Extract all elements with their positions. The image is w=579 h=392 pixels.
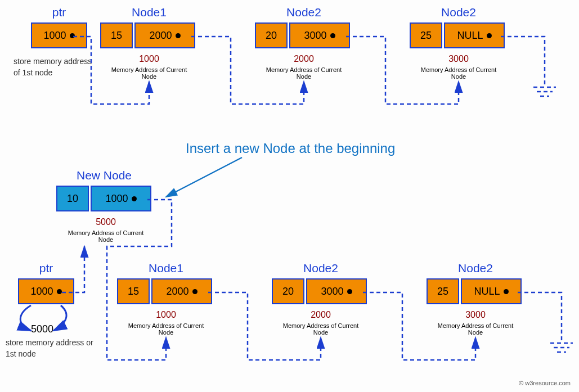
new-node-data-cell: 10	[56, 186, 89, 211]
ptr-box-bottom: 1000	[18, 278, 74, 304]
node-next-cell: 3000	[289, 22, 350, 48]
node-box: 25 NULL	[410, 22, 505, 48]
node-title: Node2	[453, 262, 498, 275]
node-next-text: 2000	[166, 286, 188, 298]
node-data-cell: 25	[410, 22, 442, 48]
ptr-title-top: ptr	[42, 6, 76, 19]
pointer-dot-icon	[176, 33, 181, 38]
ptr-box-top: 1000	[31, 22, 87, 48]
node-title: Node2	[436, 6, 481, 19]
node-box: 25 NULL	[427, 278, 522, 304]
insert-title: Insert a new Node at the beginning	[186, 141, 395, 156]
node-next-text: NULL	[457, 30, 483, 42]
new-node-next-cell: 1000	[91, 186, 151, 211]
node-next-cell: 2000	[151, 278, 212, 304]
node-addr: 3000	[453, 310, 498, 320]
pointer-dot-icon	[330, 33, 335, 38]
node-box: 20 3000	[272, 278, 367, 304]
node-box: 20 3000	[255, 22, 350, 48]
pointer-dot-icon	[347, 289, 352, 294]
node-caption: Memory Address of Current Node	[104, 66, 194, 80]
node-data-cell: 15	[117, 278, 150, 304]
ptr-value-top: 1000	[31, 22, 87, 48]
ptr-desc-top: store memory address of 1st node	[14, 56, 92, 78]
node-next-text: 2000	[149, 30, 172, 42]
node-title: Node1	[127, 6, 172, 19]
node-addr: 2000	[298, 310, 343, 320]
node-next-cell: 2000	[134, 22, 195, 48]
pointer-dot-icon	[57, 289, 62, 294]
node-addr: 2000	[281, 54, 326, 64]
pointer-dot-icon	[487, 33, 492, 38]
node-next-cell: NULL	[444, 22, 505, 48]
footer-credit: © w3resource.com	[519, 380, 571, 386]
node-caption: Memory Address of Current Node	[430, 322, 520, 336]
pointer-dot-icon	[132, 196, 137, 201]
node-caption: Memory Address of Current Node	[121, 322, 211, 336]
diagram-canvas: ptr 1000 store memory address of 1st nod…	[0, 0, 579, 392]
new-node-next-text: 1000	[105, 193, 128, 205]
new-node-title: New Node	[73, 169, 135, 182]
new-node-addr: 5000	[83, 217, 128, 227]
ptr-value-text-bottom: 1000	[30, 286, 53, 298]
node-next-text: 3000	[321, 286, 343, 298]
node-title: Node1	[143, 262, 188, 275]
node-data-cell: 20	[255, 22, 288, 48]
node-data-cell: 25	[427, 278, 459, 304]
node-addr: 3000	[436, 54, 481, 64]
new-node-box: 10 1000	[56, 186, 151, 211]
node-title: Node2	[281, 6, 326, 19]
pointer-dot-icon	[192, 289, 198, 294]
ptr-value-text-top: 1000	[43, 30, 66, 42]
node-caption: Memory Address of Current Node	[276, 322, 366, 336]
node-next-cell: 3000	[306, 278, 367, 304]
node-addr: 1000	[143, 310, 188, 320]
ptr-desc-bottom: store memory address or 1st node	[6, 337, 96, 359]
node-title: Node2	[298, 262, 343, 275]
node-next-text: NULL	[474, 286, 500, 298]
node-addr: 1000	[127, 54, 172, 64]
node-data-cell: 20	[272, 278, 304, 304]
node-box: 15 2000	[117, 278, 212, 304]
pointer-dot-icon	[504, 289, 509, 294]
pointer-dot-icon	[70, 33, 75, 38]
node-next-text: 3000	[304, 30, 326, 42]
ptr-title-bottom: ptr	[29, 262, 63, 275]
new-node-caption: Memory Address of Current Node	[61, 229, 151, 243]
node-data-cell: 15	[100, 22, 133, 48]
node-next-cell: NULL	[461, 278, 522, 304]
node-box: 15 2000	[100, 22, 195, 48]
svg-line-6	[166, 157, 242, 197]
node-caption: Memory Address of Current Node	[414, 66, 504, 80]
ptr-replacement-value: 5000	[31, 323, 53, 335]
node-caption: Memory Address of Current Node	[259, 66, 349, 80]
ptr-value-bottom: 1000	[18, 278, 74, 304]
